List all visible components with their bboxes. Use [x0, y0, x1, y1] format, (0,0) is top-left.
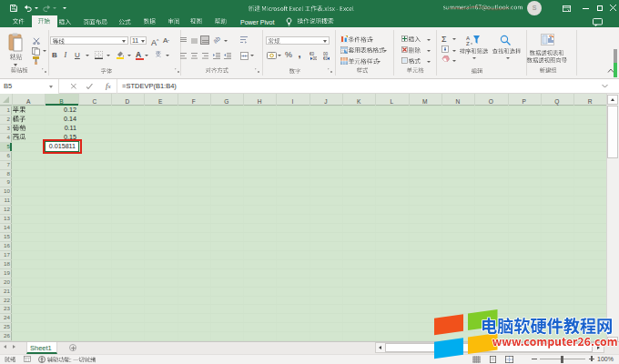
svg-text:00: 00 — [313, 56, 318, 60]
svg-text:Z: Z — [466, 41, 470, 46]
svg-text:€0: €0 — [323, 56, 329, 60]
